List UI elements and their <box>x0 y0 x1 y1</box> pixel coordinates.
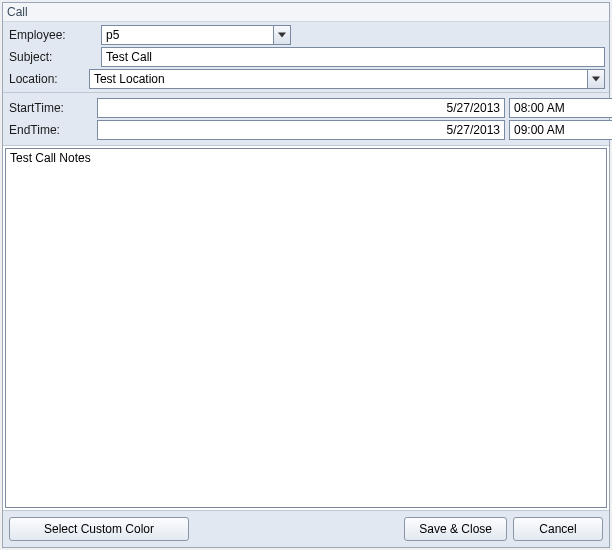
employee-label: Employee: <box>7 28 97 42</box>
end-time-label: EndTime: <box>7 123 93 137</box>
employee-row: Employee: <box>7 24 605 46</box>
times-section: StartTime: EndTime: <box>3 93 609 146</box>
employee-dropdown-button[interactable] <box>273 25 291 45</box>
subject-label: Subject: <box>7 50 97 64</box>
end-time-combo <box>509 120 605 140</box>
location-label: Location: <box>7 72 85 86</box>
save-and-close-button[interactable]: Save & Close <box>404 517 507 541</box>
start-time-input[interactable] <box>509 98 612 118</box>
subject-input[interactable] <box>101 47 605 67</box>
start-time-label: StartTime: <box>7 101 93 115</box>
location-input[interactable] <box>89 69 587 89</box>
chevron-down-icon <box>592 76 600 82</box>
start-date-input[interactable] <box>97 98 505 118</box>
end-time-row: EndTime: <box>7 119 605 141</box>
employee-input[interactable] <box>101 25 273 45</box>
dialog-footer: Select Custom Color Save & Close Cancel <box>3 510 609 547</box>
notes-container <box>5 148 607 508</box>
employee-combo <box>101 25 291 45</box>
end-date-input[interactable] <box>97 120 505 140</box>
window-title: Call <box>3 3 609 22</box>
cancel-button[interactable]: Cancel <box>513 517 603 541</box>
chevron-down-icon <box>278 32 286 38</box>
notes-textarea[interactable] <box>6 149 606 507</box>
start-time-combo <box>509 98 605 118</box>
call-dialog: Call Employee: Subject: Location: <box>2 2 610 548</box>
start-time-row: StartTime: <box>7 97 605 119</box>
subject-row: Subject: <box>7 46 605 68</box>
location-combo <box>89 69 605 89</box>
end-time-input[interactable] <box>509 120 612 140</box>
fields-section: Employee: Subject: Location: <box>3 22 609 93</box>
select-custom-color-button[interactable]: Select Custom Color <box>9 517 189 541</box>
location-row: Location: <box>7 68 605 90</box>
location-dropdown-button[interactable] <box>587 69 605 89</box>
